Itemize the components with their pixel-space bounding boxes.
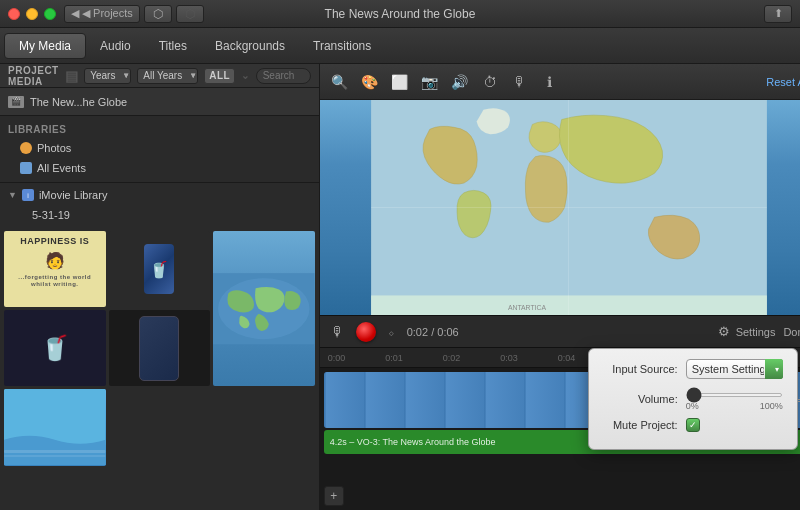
media-thumb-ocean[interactable] — [4, 389, 106, 465]
blue-can-image: 🥤 — [40, 334, 70, 362]
maximize-button[interactable] — [44, 8, 56, 20]
world-map-view: ANTARTICA — [320, 100, 800, 315]
media-controls: Years Date ▾ All Years ▾ All ⌄ — [84, 68, 310, 84]
input-source-row: Input Source: System Setting ▾ — [603, 359, 783, 379]
media-thumb-happiness[interactable]: HAPPINESS IS 🧑 ...forgetting the world w… — [4, 231, 106, 307]
back-projects-button[interactable]: ◀ ◀ Projects — [64, 5, 140, 23]
imovie-icon: i — [22, 189, 34, 201]
main-toolbar: My Media Audio Titles Backgrounds Transi… — [0, 28, 800, 64]
add-clip-button[interactable]: + — [324, 486, 344, 506]
imovie-section: ▼ i iMovie Library 5-31-19 — [0, 183, 319, 227]
volume-row: Volume: 0% 100% — [603, 386, 783, 411]
worldmap-mini — [213, 231, 315, 386]
reset-all-button[interactable]: Reset All — [766, 76, 800, 88]
volume-tool[interactable]: 🔊 — [448, 70, 472, 94]
main-layout: PROJECT MEDIA ▤ Years Date ▾ All Years ▾… — [0, 64, 800, 510]
share-button[interactable]: ⬆ — [764, 5, 792, 23]
audio-track-label: 4.2s – VO-3: The News Around the Globe — [330, 437, 496, 447]
titlebar-right: ⬆ — [764, 5, 792, 23]
input-source-select[interactable]: System Setting — [686, 359, 783, 379]
project-icon: 🎬 — [8, 96, 24, 108]
year-filter[interactable]: All Years — [137, 68, 198, 84]
media-thumb-can[interactable]: 🥤 — [109, 231, 211, 307]
settings-area: ⚙ Settings — [718, 324, 776, 339]
input-source-wrap: System Setting ▾ — [686, 359, 783, 379]
close-button[interactable] — [8, 8, 20, 20]
info-tool[interactable]: ℹ — [538, 70, 562, 94]
media-grid: HAPPINESS IS 🧑 ...forgetting the world w… — [0, 227, 319, 510]
tab-titles[interactable]: Titles — [145, 33, 201, 59]
svg-rect-7 — [371, 295, 767, 315]
bottom-section: 🎙 ⬦ 0:02 / 0:06 ⚙ Settings Done Input So… — [320, 315, 800, 510]
window-title: The News Around the Globe — [325, 7, 476, 21]
magnify-tool[interactable]: 🔍 — [328, 70, 352, 94]
voiceover-tool[interactable]: 🎙 — [508, 70, 532, 94]
stick-figure: 🧑 — [45, 251, 66, 270]
project-name: The New...he Globe — [30, 96, 127, 108]
library-item-photos[interactable]: Photos — [0, 138, 319, 158]
mute-checkbox[interactable]: ✓ — [686, 418, 700, 432]
input-source-label: Input Source: — [603, 363, 678, 375]
media-thumb-worldmap[interactable] — [213, 231, 315, 386]
tab-transitions[interactable]: Transitions — [299, 33, 385, 59]
phone-image — [139, 316, 179, 381]
all-badge: All — [204, 68, 235, 84]
world-map-svg: ANTARTICA — [320, 100, 800, 315]
gear-icon: ⚙ — [718, 324, 730, 339]
traffic-lights — [8, 8, 56, 20]
time-display: 0:02 / 0:06 — [407, 326, 459, 338]
tab-backgrounds[interactable]: Backgrounds — [201, 33, 299, 59]
happiness-title: HAPPINESS IS — [20, 237, 89, 247]
svg-text:ANTARTICA: ANTARTICA — [508, 304, 547, 311]
nav-prev-button[interactable]: ⬡ — [144, 5, 172, 23]
mute-row: Mute Project: ✓ — [603, 418, 783, 432]
svg-rect-5 — [4, 455, 106, 457]
minimize-button[interactable] — [26, 8, 38, 20]
timeline-controls: 🎙 ⬦ 0:02 / 0:06 ⚙ Settings Done Input So… — [320, 316, 800, 348]
sort-dropdown-wrap: Years Date ▾ — [84, 68, 131, 84]
sub-item-label: 5-31-19 — [32, 209, 70, 221]
viewer-toolbar: 🔍 🎨 ⬜ 📷 🔊 ⏱ 🎙 ℹ Reset All — [320, 64, 800, 100]
search-input[interactable] — [256, 68, 311, 84]
imovie-sub-item[interactable]: 5-31-19 — [0, 205, 319, 225]
camera-tool[interactable]: 📷 — [418, 70, 442, 94]
speed-tool[interactable]: ⏱ — [478, 70, 502, 94]
color-tool[interactable]: 🎨 — [358, 70, 382, 94]
ocean-image — [4, 389, 106, 465]
all-events-icon — [20, 162, 32, 174]
tab-audio[interactable]: Audio — [86, 33, 145, 59]
all-events-label: All Events — [37, 162, 86, 174]
libraries-header: LIBRARIES — [0, 120, 319, 138]
sort-dropdown[interactable]: Years Date — [84, 68, 131, 84]
left-panel: PROJECT MEDIA ▤ Years Date ▾ All Years ▾… — [0, 64, 320, 510]
settings-label: Settings — [736, 326, 776, 338]
year-filter-wrap: All Years ▾ — [137, 68, 198, 84]
library-item-all-events[interactable]: All Events — [0, 158, 319, 178]
project-item[interactable]: 🎬 The New...he Globe — [0, 88, 319, 116]
volume-min: 0% — [686, 401, 699, 411]
nav-next-button[interactable]: ⬡ — [176, 5, 204, 23]
media-thumb-blue-can[interactable]: 🥤 — [4, 310, 106, 386]
imovie-library-item[interactable]: ▼ i iMovie Library — [0, 185, 319, 205]
toggle-icon[interactable]: ▤ — [65, 68, 79, 84]
volume-control: 0% 100% — [686, 386, 783, 411]
select-arrow-icon: ▾ — [775, 365, 779, 374]
crop-tool[interactable]: ⬜ — [388, 70, 412, 94]
media-thumb-phone[interactable] — [109, 310, 211, 386]
video-preview: ANTARTICA — [320, 100, 800, 315]
volume-slider[interactable] — [686, 393, 783, 397]
photos-label: Photos — [37, 142, 71, 154]
titlebar: ◀ ◀ Projects ⬡ ⬡ The News Around the Glo… — [0, 0, 800, 28]
record-button[interactable] — [356, 322, 376, 342]
mic-icon[interactable]: 🎙 — [328, 322, 348, 342]
svg-rect-4 — [4, 450, 106, 453]
happiness-subtitle: ...forgetting the world whilst writing. — [8, 274, 102, 288]
chevron-down-icon: ▼ — [8, 190, 17, 200]
photos-icon — [20, 142, 32, 154]
can-image: 🥤 — [144, 244, 174, 294]
mute-label: Mute Project: — [603, 419, 678, 431]
back-label: ◀ Projects — [82, 7, 133, 20]
tab-my-media[interactable]: My Media — [4, 33, 86, 59]
done-button[interactable]: Done — [783, 326, 800, 338]
libraries-section: LIBRARIES Photos All Events — [0, 116, 319, 183]
